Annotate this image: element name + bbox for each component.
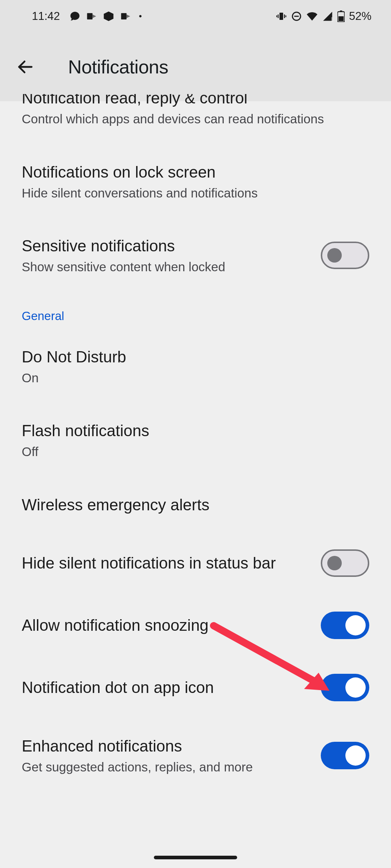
svg-rect-0 xyxy=(87,13,92,20)
toggle-notification-dot[interactable] xyxy=(321,674,369,701)
setting-title: Flash notifications xyxy=(22,421,369,441)
setting-flash-notifications[interactable]: Flash notifications Off xyxy=(0,403,391,477)
setting-subtitle: Hide silent conversations and notificati… xyxy=(22,185,369,201)
svg-rect-9 xyxy=(331,17,333,22)
settings-content[interactable]: Notification read, reply & control Contr… xyxy=(0,94,391,792)
setting-wireless-emergency-alerts[interactable]: Wireless emergency alerts xyxy=(0,477,391,532)
toggle-hide-silent[interactable] xyxy=(321,549,369,577)
setting-enhanced-notifications[interactable]: Enhanced notifications Get suggested act… xyxy=(0,719,391,793)
status-bar: 11:42 • 52% xyxy=(0,0,391,33)
setting-subtitle: Get suggested actions, replies, and more xyxy=(22,759,306,775)
svg-rect-11 xyxy=(340,10,342,12)
battery-percent: 52% xyxy=(349,10,371,23)
setting-title: Allow notification snoozing xyxy=(22,615,306,635)
setting-title: Do Not Disturb xyxy=(22,347,369,367)
signal-icon xyxy=(322,11,333,22)
setting-title: Hide silent notifications in status bar xyxy=(22,553,306,573)
svg-rect-1 xyxy=(121,13,126,20)
setting-notification-read-reply[interactable]: Notification read, reply & control Contr… xyxy=(0,94,391,145)
svg-rect-12 xyxy=(339,16,344,21)
setting-allow-snoozing[interactable]: Allow notification snoozing xyxy=(0,594,391,656)
more-dot-icon: • xyxy=(139,11,142,21)
setting-subtitle: Off xyxy=(22,443,369,460)
nav-handle[interactable] xyxy=(154,856,237,859)
outlook-icon xyxy=(86,11,97,22)
status-left: 11:42 • xyxy=(32,10,142,23)
setting-title: Sensitive notifications xyxy=(22,236,306,256)
arrow-left-icon xyxy=(16,58,35,76)
toggle-sensitive-notifications[interactable] xyxy=(321,242,369,269)
box-icon xyxy=(103,10,114,22)
section-header-general: General xyxy=(0,293,391,329)
svg-rect-4 xyxy=(276,16,277,17)
setting-title: Wireless emergency alerts xyxy=(22,495,369,515)
setting-title: Notifications on lock screen xyxy=(22,162,369,182)
setting-lock-screen-notifications[interactable]: Notifications on lock screen Hide silent… xyxy=(0,145,391,219)
setting-title: Notification dot on app icon xyxy=(22,677,306,697)
back-button[interactable] xyxy=(15,57,35,77)
setting-subtitle: Show sensitive content when locked xyxy=(22,259,306,275)
setting-do-not-disturb[interactable]: Do Not Disturb On xyxy=(0,329,391,404)
outlook-icon-2 xyxy=(120,11,131,22)
setting-notification-dot[interactable]: Notification dot on app icon xyxy=(0,656,391,719)
toggle-allow-snoozing[interactable] xyxy=(321,612,369,639)
setting-sensitive-notifications[interactable]: Sensitive notifications Show sensitive c… xyxy=(0,218,391,293)
setting-subtitle: On xyxy=(22,370,369,386)
svg-rect-6 xyxy=(285,16,286,17)
setting-hide-silent-status-bar[interactable]: Hide silent notifications in status bar xyxy=(0,532,391,594)
status-right: 52% xyxy=(276,10,371,23)
svg-rect-5 xyxy=(284,14,285,18)
status-time: 11:42 xyxy=(32,10,60,23)
setting-subtitle: Control which apps and devices can read … xyxy=(22,111,369,127)
battery-icon xyxy=(337,10,345,22)
page-title: Notifications xyxy=(68,56,168,78)
setting-title: Notification read, reply & control xyxy=(22,94,369,108)
svg-rect-2 xyxy=(279,13,283,20)
toggle-enhanced-notifications[interactable] xyxy=(321,742,369,769)
setting-title: Enhanced notifications xyxy=(22,736,306,756)
app-bar: Notifications xyxy=(0,33,391,101)
svg-rect-3 xyxy=(278,14,279,18)
chat-icon xyxy=(70,11,80,22)
vibrate-icon xyxy=(276,11,287,22)
dnd-icon xyxy=(291,11,302,22)
wifi-icon xyxy=(306,10,318,22)
